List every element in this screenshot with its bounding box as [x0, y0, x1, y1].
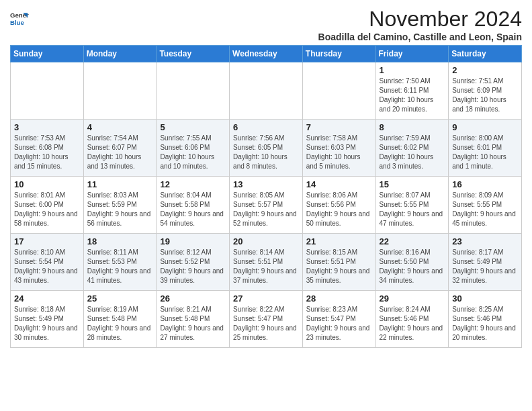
calendar-cell: [83, 62, 157, 120]
day-number: 28: [306, 293, 372, 304]
day-info: Sunrise: 8:19 AM Sunset: 5:48 PM Dayligh…: [87, 305, 153, 342]
svg-text:Blue: Blue: [10, 19, 24, 26]
calendar-cell: 15Sunrise: 8:07 AM Sunset: 5:55 PM Dayli…: [375, 177, 449, 234]
month-title: November 2024: [318, 7, 522, 32]
day-info: Sunrise: 8:00 AM Sunset: 6:01 PM Dayligh…: [452, 134, 518, 171]
logo-icon: General Blue: [10, 9, 29, 28]
calendar-cell: 26Sunrise: 8:21 AM Sunset: 5:48 PM Dayli…: [157, 291, 230, 348]
day-info: Sunrise: 7:51 AM Sunset: 6:09 PM Dayligh…: [452, 77, 518, 114]
calendar-cell: 19Sunrise: 8:12 AM Sunset: 5:52 PM Dayli…: [157, 234, 230, 291]
day-info: Sunrise: 8:14 AM Sunset: 5:51 PM Dayligh…: [233, 248, 299, 285]
day-header-tuesday: Tuesday: [157, 46, 230, 62]
day-number: 12: [160, 179, 226, 189]
day-info: Sunrise: 8:11 AM Sunset: 5:53 PM Dayligh…: [87, 248, 153, 285]
day-info: Sunrise: 8:15 AM Sunset: 5:51 PM Dayligh…: [306, 248, 372, 285]
calendar-cell: [157, 62, 230, 120]
day-number: 25: [87, 293, 153, 304]
page-header: General Blue November 2024 Boadilla del …: [10, 7, 522, 42]
calendar-cell: [11, 62, 84, 120]
week-row-1: 1Sunrise: 7:50 AM Sunset: 6:11 PM Daylig…: [11, 62, 522, 120]
calendar-cell: 28Sunrise: 8:23 AM Sunset: 5:47 PM Dayli…: [302, 291, 375, 348]
title-area: November 2024 Boadilla del Camino, Casti…: [318, 7, 522, 42]
calendar-cell: 1Sunrise: 7:50 AM Sunset: 6:11 PM Daylig…: [375, 62, 449, 120]
day-info: Sunrise: 7:54 AM Sunset: 6:07 PM Dayligh…: [87, 134, 153, 171]
week-row-3: 10Sunrise: 8:01 AM Sunset: 6:00 PM Dayli…: [11, 177, 522, 234]
day-number: 21: [306, 236, 372, 246]
day-info: Sunrise: 8:01 AM Sunset: 6:00 PM Dayligh…: [14, 191, 80, 228]
day-header-saturday: Saturday: [449, 46, 522, 62]
day-info: Sunrise: 8:16 AM Sunset: 5:50 PM Dayligh…: [380, 248, 445, 285]
day-number: 17: [14, 236, 80, 246]
day-number: 19: [160, 236, 226, 246]
day-number: 2: [452, 65, 518, 75]
day-info: Sunrise: 8:10 AM Sunset: 5:54 PM Dayligh…: [14, 248, 80, 285]
logo: General Blue: [10, 9, 29, 28]
day-info: Sunrise: 8:23 AM Sunset: 5:47 PM Dayligh…: [306, 305, 372, 342]
day-info: Sunrise: 8:07 AM Sunset: 5:55 PM Dayligh…: [380, 191, 445, 228]
calendar-cell: 17Sunrise: 8:10 AM Sunset: 5:54 PM Dayli…: [11, 234, 84, 291]
day-header-monday: Monday: [83, 46, 157, 62]
day-info: Sunrise: 7:50 AM Sunset: 6:11 PM Dayligh…: [380, 77, 445, 114]
calendar-cell: 23Sunrise: 8:17 AM Sunset: 5:49 PM Dayli…: [449, 234, 522, 291]
day-header-friday: Friday: [375, 46, 449, 62]
calendar-cell: 29Sunrise: 8:24 AM Sunset: 5:46 PM Dayli…: [375, 291, 449, 348]
day-info: Sunrise: 8:09 AM Sunset: 5:55 PM Dayligh…: [452, 191, 518, 228]
day-number: 27: [233, 293, 299, 304]
week-row-2: 3Sunrise: 7:53 AM Sunset: 6:08 PM Daylig…: [11, 120, 522, 177]
day-number: 13: [233, 179, 299, 189]
calendar-cell: 7Sunrise: 7:58 AM Sunset: 6:03 PM Daylig…: [302, 120, 375, 177]
day-number: 15: [380, 179, 445, 189]
calendar-header: SundayMondayTuesdayWednesdayThursdayFrid…: [11, 46, 522, 62]
calendar-cell: 30Sunrise: 8:25 AM Sunset: 5:46 PM Dayli…: [449, 291, 522, 348]
day-info: Sunrise: 7:59 AM Sunset: 6:02 PM Dayligh…: [380, 134, 445, 171]
calendar-cell: 6Sunrise: 7:56 AM Sunset: 6:05 PM Daylig…: [230, 120, 303, 177]
calendar-table: SundayMondayTuesdayWednesdayThursdayFrid…: [10, 45, 522, 348]
calendar-cell: 2Sunrise: 7:51 AM Sunset: 6:09 PM Daylig…: [449, 62, 522, 120]
calendar-cell: 12Sunrise: 8:04 AM Sunset: 5:58 PM Dayli…: [157, 177, 230, 234]
calendar-cell: 27Sunrise: 8:22 AM Sunset: 5:47 PM Dayli…: [230, 291, 303, 348]
calendar-cell: 20Sunrise: 8:14 AM Sunset: 5:51 PM Dayli…: [230, 234, 303, 291]
day-number: 18: [87, 236, 153, 246]
day-number: 29: [380, 293, 445, 304]
day-info: Sunrise: 8:05 AM Sunset: 5:57 PM Dayligh…: [233, 191, 299, 228]
day-header-wednesday: Wednesday: [230, 46, 303, 62]
day-info: Sunrise: 8:12 AM Sunset: 5:52 PM Dayligh…: [160, 248, 226, 285]
calendar-cell: [230, 62, 303, 120]
day-number: 20: [233, 236, 299, 246]
week-row-5: 24Sunrise: 8:18 AM Sunset: 5:49 PM Dayli…: [11, 291, 522, 348]
day-header-sunday: Sunday: [11, 46, 84, 62]
calendar-cell: 25Sunrise: 8:19 AM Sunset: 5:48 PM Dayli…: [83, 291, 157, 348]
header-row: SundayMondayTuesdayWednesdayThursdayFrid…: [11, 46, 522, 62]
day-info: Sunrise: 8:06 AM Sunset: 5:56 PM Dayligh…: [306, 191, 372, 228]
calendar-cell: 11Sunrise: 8:03 AM Sunset: 5:59 PM Dayli…: [83, 177, 157, 234]
day-info: Sunrise: 8:22 AM Sunset: 5:47 PM Dayligh…: [233, 305, 299, 342]
week-row-4: 17Sunrise: 8:10 AM Sunset: 5:54 PM Dayli…: [11, 234, 522, 291]
calendar-cell: 14Sunrise: 8:06 AM Sunset: 5:56 PM Dayli…: [302, 177, 375, 234]
calendar-cell: 4Sunrise: 7:54 AM Sunset: 6:07 PM Daylig…: [83, 120, 157, 177]
calendar-cell: 8Sunrise: 7:59 AM Sunset: 6:02 PM Daylig…: [375, 120, 449, 177]
day-number: 14: [306, 179, 372, 189]
calendar-cell: 3Sunrise: 7:53 AM Sunset: 6:08 PM Daylig…: [11, 120, 84, 177]
day-number: 10: [14, 179, 80, 189]
day-header-thursday: Thursday: [302, 46, 375, 62]
day-info: Sunrise: 7:56 AM Sunset: 6:05 PM Dayligh…: [233, 134, 299, 171]
day-info: Sunrise: 8:18 AM Sunset: 5:49 PM Dayligh…: [14, 305, 80, 342]
day-info: Sunrise: 8:24 AM Sunset: 5:46 PM Dayligh…: [380, 305, 445, 342]
calendar-cell: 18Sunrise: 8:11 AM Sunset: 5:53 PM Dayli…: [83, 234, 157, 291]
calendar-cell: 22Sunrise: 8:16 AM Sunset: 5:50 PM Dayli…: [375, 234, 449, 291]
day-number: 30: [452, 293, 518, 304]
calendar-cell: 21Sunrise: 8:15 AM Sunset: 5:51 PM Dayli…: [302, 234, 375, 291]
calendar-body: 1Sunrise: 7:50 AM Sunset: 6:11 PM Daylig…: [11, 62, 522, 348]
day-info: Sunrise: 7:53 AM Sunset: 6:08 PM Dayligh…: [14, 134, 80, 171]
day-number: 3: [14, 122, 80, 132]
day-number: 16: [452, 179, 518, 189]
day-info: Sunrise: 7:55 AM Sunset: 6:06 PM Dayligh…: [160, 134, 226, 171]
day-number: 11: [87, 179, 153, 189]
day-info: Sunrise: 8:25 AM Sunset: 5:46 PM Dayligh…: [452, 305, 518, 342]
day-number: 9: [452, 122, 518, 132]
day-number: 24: [14, 293, 80, 304]
day-number: 1: [380, 65, 445, 75]
day-info: Sunrise: 8:03 AM Sunset: 5:59 PM Dayligh…: [87, 191, 153, 228]
day-number: 6: [233, 122, 299, 132]
day-info: Sunrise: 8:04 AM Sunset: 5:58 PM Dayligh…: [160, 191, 226, 228]
